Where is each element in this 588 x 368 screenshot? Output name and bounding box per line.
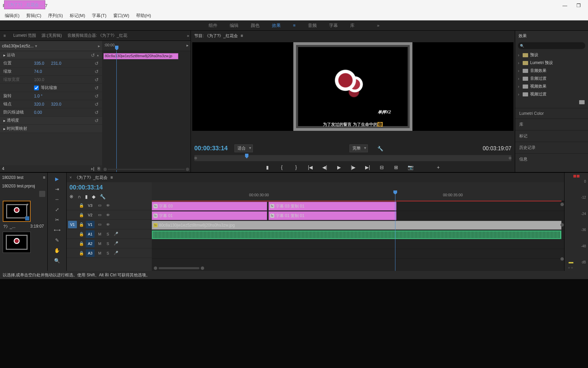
fx-presets[interactable]: 预设 — [515, 51, 588, 59]
ws-assembly[interactable]: 组件 — [209, 22, 217, 29]
eye-icon[interactable]: 👁 — [105, 213, 111, 217]
vscroll-handle[interactable] — [560, 203, 564, 206]
rate-stretch-tool[interactable]: ⤢ — [53, 205, 61, 214]
zoom-select[interactable]: 适合 — [234, 144, 253, 152]
hand-tool[interactable]: ✋ — [53, 246, 61, 255]
track-a3[interactable]: A3 — [86, 249, 95, 257]
close-sequence-icon[interactable]: × — [69, 175, 72, 180]
sequence-menu-icon[interactable]: ≡ — [110, 175, 113, 180]
flicker-value[interactable]: 0.00 — [34, 110, 42, 115]
slip-tool[interactable]: ⟷ — [53, 226, 61, 234]
program-timecode[interactable]: 00:00:33:14 — [194, 145, 228, 152]
menu-marker[interactable]: 标记(M) — [66, 13, 89, 19]
play-icon[interactable]: ▶ — [335, 165, 343, 170]
mute-icon[interactable]: M — [97, 251, 103, 255]
mute-icon[interactable]: M — [97, 242, 103, 246]
scrub-handle[interactable] — [194, 157, 197, 159]
scale-value[interactable]: 74.0 — [34, 69, 42, 74]
solo-icon[interactable]: S — [105, 242, 111, 246]
voice-icon[interactable]: 🎤 — [113, 232, 119, 236]
settings-icon[interactable]: 🔧 — [100, 194, 105, 199]
reset-icon[interactable]: ↺ — [95, 102, 99, 107]
zoom-tool[interactable]: 🔍 — [53, 257, 61, 265]
reset-icon[interactable]: ↺ — [95, 69, 99, 74]
mute-icon[interactable]: M — [97, 232, 103, 236]
scrub-handle[interactable] — [509, 157, 511, 159]
selection-tool[interactable]: ▶ — [53, 175, 61, 183]
ws-libraries[interactable]: 库 — [350, 22, 355, 29]
track-a2[interactable]: A2 — [86, 240, 95, 247]
scroll-handle[interactable] — [103, 168, 107, 171]
ec-timeline[interactable]: :00:00 ▸ 80c8a130jw1ez5zt8tmw8j20hs0hs3z… — [102, 41, 191, 172]
mark-in-icon[interactable]: ▮ — [264, 165, 271, 170]
extract-icon[interactable]: ⊞ — [392, 165, 400, 170]
menu-sequence[interactable]: 序列(S) — [45, 13, 66, 19]
panel-lumetri-color[interactable]: Lumetri Color — [515, 108, 588, 119]
audio-clip[interactable] — [152, 230, 561, 239]
vscroll-handle[interactable] — [560, 257, 564, 261]
ws-effects[interactable]: 效果 — [272, 22, 281, 29]
clip-subtitle01[interactable]: fx字幕 01 — [152, 211, 267, 220]
step-back-icon[interactable]: ◀| — [321, 165, 328, 170]
project-tab[interactable]: 180203 test — [2, 175, 23, 180]
reset-icon[interactable]: ↺ — [91, 52, 95, 58]
reset-icon[interactable]: ↺ — [95, 93, 99, 99]
toggle-output-icon[interactable]: ▭ — [97, 222, 103, 227]
clip-subtitle03-copy[interactable]: fx字幕 03 复制 01 — [268, 202, 396, 211]
track-a1[interactable]: A1 — [86, 230, 95, 238]
fx-video-effects[interactable]: 视频效果 — [515, 82, 588, 90]
clip-image[interactable]: fx80c8a130jw1ez5zt8tmw8j20hs0hs3zw.jpg — [152, 221, 561, 230]
lock-icon[interactable]: 🔒 — [79, 251, 84, 256]
menu-window[interactable]: 窗口(W) — [110, 13, 133, 19]
solo-icon[interactable]: S — [105, 251, 111, 255]
ec-play-icon[interactable]: ▸ — [98, 44, 100, 48]
eye-icon[interactable]: 👁 — [105, 223, 111, 227]
pen-tool[interactable]: ✎ — [53, 236, 61, 244]
ec-playhead[interactable] — [115, 46, 118, 50]
button-editor-icon[interactable]: + — [435, 165, 442, 170]
zoom-bar[interactable] — [159, 267, 199, 269]
effects-panel-tab[interactable]: 效果 — [519, 33, 527, 39]
marker-icon[interactable]: ▮ — [85, 194, 88, 199]
program-menu-icon[interactable]: ≡ — [241, 33, 243, 38]
tab-source[interactable]: 源:(无剪辑) — [42, 33, 62, 39]
linked-selection-icon[interactable]: ∩ — [78, 194, 81, 199]
twirl-icon[interactable]: ▸ — [3, 118, 5, 123]
program-monitor[interactable]: 单押X2 为了发过的誓言 为了生命中的你 — [192, 42, 513, 131]
rotation-value[interactable]: 1.0 ° — [34, 94, 43, 98]
fx-audio-transitions[interactable]: 音频过渡 — [515, 75, 588, 82]
step-forward-icon[interactable]: |▶ — [349, 165, 357, 170]
lock-icon[interactable]: 🔒 — [79, 222, 84, 227]
ec-sequence-name[interactable]: 《为了?》_红花会 ... — [4, 0, 45, 9]
track-v1[interactable]: V1 — [86, 221, 95, 228]
ec-clip-bar[interactable]: 80c8a130jw1ez5zt8tmw8j20hs0hs3zw.jp — [103, 53, 178, 59]
ws-overflow-icon[interactable]: » — [377, 23, 379, 28]
menu-clip[interactable]: 剪辑(C) — [23, 13, 45, 19]
razor-tool[interactable]: ✂ — [53, 216, 61, 224]
position-y[interactable]: 231.0 — [51, 61, 61, 66]
scrub-playhead[interactable] — [245, 154, 248, 158]
reset-icon[interactable]: ↺ — [95, 85, 99, 91]
reset-icon[interactable]: ↺ — [95, 110, 99, 115]
solo-icon[interactable]: S — [105, 232, 111, 236]
snap-icon[interactable]: ※ — [69, 194, 74, 199]
meter-solo-icon[interactable]: ○ ○ — [568, 266, 573, 270]
lock-icon[interactable]: 🔒 — [79, 232, 84, 236]
track-v3[interactable]: V3 — [86, 202, 95, 209]
lock-icon[interactable]: 🔒 — [79, 241, 84, 246]
menu-help[interactable]: 帮助(H) — [133, 13, 154, 19]
panel-info[interactable]: 信息 — [515, 153, 588, 165]
search-icon[interactable] — [39, 191, 45, 197]
effects-search[interactable] — [518, 42, 585, 49]
fx-motion[interactable]: 运动 — [7, 52, 37, 58]
go-out-icon[interactable]: ▶| — [364, 165, 371, 170]
reset-icon[interactable]: ↺ — [95, 77, 99, 82]
lock-icon[interactable]: 🔒 — [79, 203, 84, 208]
track-v2[interactable]: V2 — [86, 211, 95, 219]
menu-edit[interactable]: 编辑(E) — [1, 13, 23, 19]
twirl-icon[interactable]: ▸ — [3, 126, 5, 131]
clip-subtitle01-copy[interactable]: fx字幕 01 复制 01 — [268, 211, 396, 220]
bin-item[interactable] — [3, 201, 31, 222]
anchor-y[interactable]: 320.0 — [51, 102, 61, 107]
toggle-output-icon[interactable]: ▭ — [97, 213, 103, 217]
